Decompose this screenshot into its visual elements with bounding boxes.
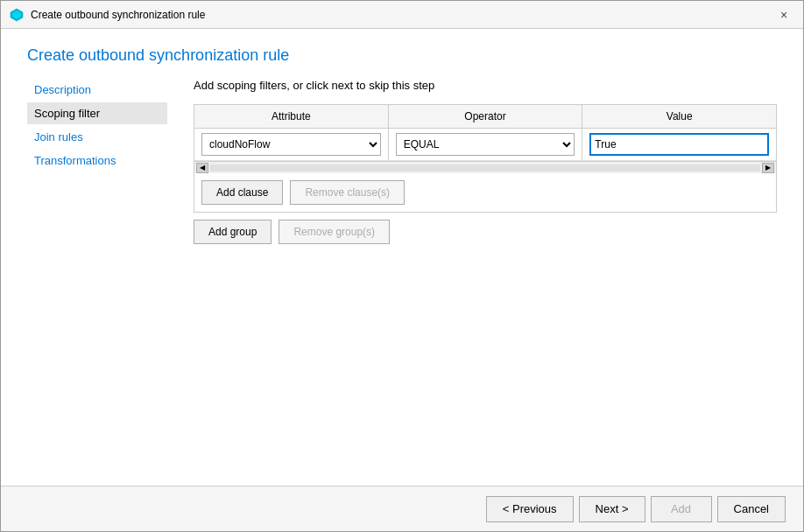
sidebar-item-join-rules[interactable]: Join rules — [27, 126, 167, 148]
main-body: Description Scoping filter Join rules Tr… — [1, 79, 803, 486]
operator-select[interactable]: EQUAL NOT EQUAL STARTS WITH ENDS WITH GR… — [396, 133, 575, 156]
remove-clause-button[interactable]: Remove clause(s) — [290, 180, 405, 205]
sidebar: Description Scoping filter Join rules Tr… — [27, 79, 167, 486]
col-header-operator: Operator — [389, 105, 583, 128]
title-bar-text: Create outbound synchronization rule — [31, 9, 773, 21]
table-row: cloudNoFlow EQUAL NOT EQUAL STARTS WITH … — [194, 129, 776, 161]
value-input[interactable] — [589, 133, 769, 156]
scroll-track — [210, 164, 760, 172]
add-clause-button[interactable]: Add clause — [201, 180, 283, 205]
sidebar-item-transformations[interactable]: Transformations — [27, 150, 167, 172]
main-window: Create outbound synchronization rule × C… — [0, 0, 804, 532]
content-area: Create outbound synchronization rule Des… — [1, 29, 803, 486]
clause-buttons: Add clause Remove clause(s) — [194, 173, 776, 212]
title-bar: Create outbound synchronization rule × — [1, 1, 803, 29]
add-group-button[interactable]: Add group — [194, 220, 272, 244]
page-title: Create outbound synchronization rule — [1, 29, 803, 79]
cancel-button[interactable]: Cancel — [717, 496, 786, 522]
remove-group-button[interactable]: Remove group(s) — [279, 220, 390, 244]
scroll-right-arrow[interactable]: ▶ — [762, 163, 774, 173]
close-button[interactable]: × — [773, 4, 794, 25]
scroll-left-arrow[interactable]: ◀ — [196, 163, 208, 173]
sidebar-item-description[interactable]: Description — [27, 79, 167, 101]
table-header: Attribute Operator Value — [194, 105, 776, 129]
col-header-value: Value — [582, 105, 776, 128]
operator-cell: EQUAL NOT EQUAL STARTS WITH ENDS WITH GR… — [389, 129, 583, 160]
attribute-select[interactable]: cloudNoFlow — [201, 133, 381, 156]
sidebar-item-scoping-filter[interactable]: Scoping filter — [27, 102, 167, 124]
next-button[interactable]: Next > — [579, 496, 645, 522]
horizontal-scrollbar[interactable]: ◀ ▶ — [194, 161, 776, 173]
group-buttons: Add group Remove group(s) — [194, 220, 777, 255]
attribute-cell: cloudNoFlow — [194, 129, 389, 160]
add-button[interactable]: Add — [651, 496, 712, 522]
filter-container: Attribute Operator Value cloudNoFlow — [194, 104, 777, 213]
main-content: Add scoping filters, or click next to sk… — [194, 79, 777, 486]
step-instruction: Add scoping filters, or click next to sk… — [194, 79, 777, 92]
footer: < Previous Next > Add Cancel — [1, 486, 803, 531]
previous-button[interactable]: < Previous — [486, 496, 574, 522]
value-cell — [582, 129, 776, 160]
app-icon — [10, 8, 24, 22]
col-header-attribute: Attribute — [194, 105, 389, 128]
